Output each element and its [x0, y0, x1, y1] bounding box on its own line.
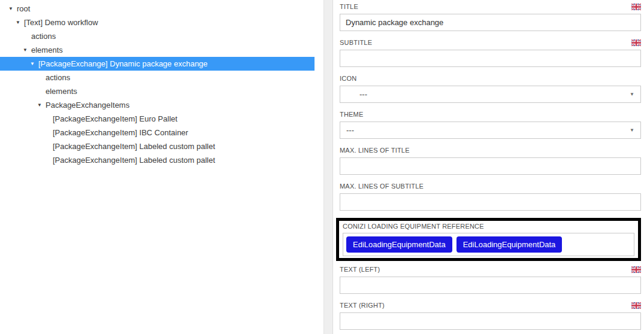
tree-item-label: PackageExchangeItems — [46, 101, 129, 110]
field-head: CONIZI LOADING EQUIPMENT REFERENCE — [343, 222, 634, 230]
theme-select[interactable]: ---▼ — [340, 122, 641, 139]
uk-flag-icon[interactable] — [631, 266, 641, 273]
tree-item[interactable]: ▼[PackageExchange] Dynamic package excha… — [0, 57, 315, 71]
title-label: TITLE — [340, 3, 358, 10]
field-text-right: TEXT (RIGHT) — [340, 301, 641, 330]
edi-loading-equipment-data-button[interactable]: EdiLoadingEquipmentData — [346, 236, 452, 253]
uk-flag-icon[interactable] — [631, 4, 641, 10]
edi-loading-equipment-data-button[interactable]: EdiLoadingEquipmentData — [456, 236, 563, 253]
max-lines-of-subtitle-label: MAX. LINES OF SUBTITLE — [340, 183, 424, 190]
field-head: TEXT (RIGHT) — [340, 301, 641, 309]
tree-item-label: actions — [46, 73, 70, 82]
tree-item[interactable]: ▼elements — [0, 43, 315, 57]
tree-item-label: elements — [46, 87, 77, 96]
tree-item-label: elements — [31, 45, 63, 54]
triangle-down-icon[interactable]: ▼ — [16, 20, 24, 25]
chevron-down-icon: ▼ — [630, 92, 634, 97]
field-head: THEME — [340, 110, 641, 119]
reference-button-box: EdiLoadingEquipmentDataEdiLoadingEquipme… — [343, 233, 634, 256]
tree-item[interactable]: ▼[PackageExchangeItem] Labeled custom pa… — [0, 139, 315, 153]
field-subtitle: SUBTITLE — [340, 38, 641, 67]
field-head: MAX. LINES OF TITLE — [340, 146, 641, 154]
tree-item-label: [PackageExchangeItem] Euro Pallet — [53, 114, 177, 123]
tree-item-label: root — [17, 4, 30, 13]
triangle-down-icon[interactable]: ▼ — [30, 61, 38, 66]
triangle-down-icon[interactable]: ▼ — [23, 47, 31, 53]
tree-view: ▼root▼[Text] Demo workflow▼actions▼eleme… — [0, 2, 315, 167]
theme-label: THEME — [340, 111, 364, 118]
scrollbar-track[interactable] — [323, 0, 333, 334]
tree-item[interactable]: ▼[PackageExchangeItem] IBC Container — [0, 126, 315, 139]
text-right-input[interactable] — [340, 312, 641, 330]
tree-item[interactable]: ▼[PackageExchangeItem] Euro Pallet — [0, 112, 315, 126]
max-lines-of-subtitle-input[interactable] — [340, 193, 641, 211]
uk-flag-icon[interactable] — [631, 302, 641, 309]
field-text-left: TEXT (LEFT) — [340, 265, 641, 294]
tree-item[interactable]: ▼[Text] Demo workflow — [0, 16, 315, 29]
tree-item[interactable]: ▼elements — [0, 84, 315, 98]
max-lines-of-title-input[interactable] — [340, 157, 641, 175]
subtitle-label: SUBTITLE — [340, 39, 372, 46]
tree-item-label: actions — [31, 32, 56, 41]
field-head: TITLE — [340, 2, 641, 11]
tree-item[interactable]: ▼actions — [0, 71, 315, 84]
select-value: --- — [346, 126, 354, 135]
triangle-down-icon[interactable]: ▼ — [37, 102, 46, 108]
tree-item[interactable]: ▼actions — [0, 29, 315, 43]
tree-item-label: [PackageExchange] Dynamic package exchan… — [38, 59, 208, 68]
field-head: MAX. LINES OF SUBTITLE — [340, 182, 641, 190]
max-lines-of-title-label: MAX. LINES OF TITLE — [340, 147, 410, 154]
tree-item-label: [PackageExchangeItem] Labeled custom pal… — [53, 142, 215, 151]
properties-panel: TITLESUBTITLEICON---▼THEME---▼MAX. LINES… — [340, 2, 641, 334]
text-left-label: TEXT (LEFT) — [340, 266, 380, 273]
field-head: ICON — [340, 74, 641, 83]
icon-select[interactable]: ---▼ — [340, 86, 641, 103]
conizi-loading-equipment-reference-label: CONIZI LOADING EQUIPMENT REFERENCE — [343, 223, 484, 230]
chevron-down-icon: ▼ — [630, 127, 634, 133]
icon-label: ICON — [340, 75, 356, 82]
title-input[interactable] — [340, 14, 641, 31]
select-value: --- — [346, 90, 367, 99]
field-head: TEXT (LEFT) — [340, 265, 641, 274]
tree-item[interactable]: ▼PackageExchangeItems — [0, 98, 315, 112]
tree-item-label: [Text] Demo workflow — [24, 18, 98, 27]
field-max-lines-of-title: MAX. LINES OF TITLE — [340, 146, 641, 175]
text-right-label: TEXT (RIGHT) — [340, 302, 385, 309]
field-theme: THEME---▼ — [340, 110, 641, 139]
triangle-down-icon[interactable]: ▼ — [8, 6, 17, 11]
tree-item-label: [PackageExchangeItem] IBC Container — [53, 128, 188, 137]
subtitle-input[interactable] — [340, 50, 641, 67]
field-icon: ICON---▼ — [340, 74, 641, 103]
uk-flag-icon[interactable] — [631, 40, 641, 46]
field-head: SUBTITLE — [340, 38, 641, 47]
conizi-highlight-box: CONIZI LOADING EQUIPMENT REFERENCEEdiLoa… — [336, 218, 641, 261]
tree-item[interactable]: ▼[PackageExchangeItem] Labeled custom pa… — [0, 153, 315, 167]
field-title: TITLE — [340, 2, 641, 31]
field-max-lines-of-subtitle: MAX. LINES OF SUBTITLE — [340, 182, 641, 211]
text-left-input[interactable] — [340, 277, 641, 294]
tree-item[interactable]: ▼root — [0, 2, 315, 16]
tree-item-label: [PackageExchangeItem] Labeled custom pal… — [53, 156, 215, 165]
